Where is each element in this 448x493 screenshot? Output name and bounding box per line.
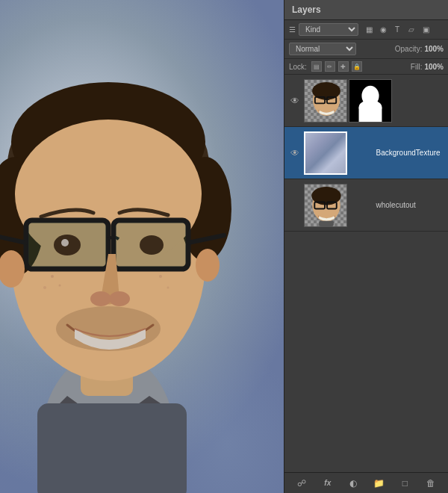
- eye-icon-1[interactable]: 👁: [290, 96, 299, 106]
- filter-select[interactable]: Kind Name Effect: [299, 23, 358, 36]
- svg-point-22: [167, 287, 169, 289]
- mask-silhouette-svg: [349, 80, 391, 122]
- delete-icon[interactable]: 🗑: [423, 476, 438, 491]
- new-fill-icon[interactable]: ◐: [346, 476, 361, 491]
- layer-item[interactable]: 👁 BackgroundTexture: [284, 127, 448, 179]
- svg-rect-38: [319, 220, 334, 226]
- svg-rect-26: [37, 403, 187, 493]
- mini-face-svg: [308, 82, 344, 121]
- layer-thumbnails-2: [304, 131, 372, 175]
- layer-thumb-mask-1: [349, 79, 392, 123]
- layer-visibility-2[interactable]: 👁: [289, 148, 301, 158]
- lock-icons-group: ▤ ✏ ✚ 🔒: [311, 61, 362, 72]
- layer-visibility-1[interactable]: 👁: [289, 96, 301, 106]
- layers-panel: Layers ☰ Kind Name Effect ▦ ◉ T ▱ ▣ Norm…: [284, 0, 448, 493]
- layer-visibility-3[interactable]: 👁: [289, 200, 301, 211]
- filter-icon: ☰: [289, 25, 296, 34]
- svg-point-25: [56, 306, 161, 351]
- blend-mode-row: Normal Multiply Screen Overlay Opacity: …: [284, 40, 448, 59]
- opacity-label: Opacity:: [395, 45, 423, 53]
- layers-title-bar: Layers: [284, 0, 448, 20]
- mini-face-svg-2: [308, 186, 345, 226]
- smart-filter-icon[interactable]: ▣: [420, 24, 432, 36]
- layers-title: Layers: [292, 4, 321, 15]
- svg-point-16: [90, 291, 111, 306]
- layer-name-2: BackgroundTexture: [376, 149, 444, 157]
- person-illustration: [0, 0, 284, 493]
- svg-point-14: [140, 235, 164, 255]
- layer-thumbnails-1: [304, 79, 444, 123]
- shape-filter-icon[interactable]: ▱: [405, 24, 417, 36]
- svg-point-20: [43, 286, 46, 289]
- fill-section: Fill: 100%: [411, 63, 444, 71]
- adjustment-filter-icon[interactable]: ◉: [377, 24, 389, 36]
- layer-item[interactable]: 👁: [284, 75, 448, 127]
- layer-thumb-texture-2: [304, 131, 347, 175]
- layer-thumbnails-3: [304, 184, 372, 227]
- lock-row: Lock: ▤ ✏ ✚ 🔒 Fill: 100%: [284, 59, 448, 75]
- lock-position-icon[interactable]: ✚: [338, 61, 349, 72]
- lock-all-icon[interactable]: 🔒: [352, 61, 362, 72]
- new-layer-icon[interactable]: □: [397, 476, 412, 491]
- filter-icons-group: ▦ ◉ T ▱ ▣: [363, 24, 432, 36]
- lock-label: Lock:: [289, 63, 307, 71]
- opacity-value[interactable]: 100%: [424, 45, 444, 53]
- fill-label: Fill:: [411, 63, 423, 71]
- svg-point-24: [196, 249, 220, 282]
- svg-point-19: [59, 285, 61, 287]
- eye-icon-2[interactable]: 👁: [290, 148, 299, 158]
- photo-composite: [0, 0, 284, 493]
- eye-icon-3[interactable]: 👁: [290, 200, 299, 211]
- fx-icon[interactable]: fx: [320, 476, 335, 491]
- lock-transparent-icon[interactable]: ▤: [311, 61, 322, 72]
- opacity-section: Opacity: 100%: [395, 45, 444, 53]
- pixel-filter-icon[interactable]: ▦: [363, 24, 375, 36]
- layer-item[interactable]: 👁 wholecutout: [284, 179, 448, 232]
- svg-rect-33: [359, 107, 382, 121]
- type-filter-icon[interactable]: T: [391, 24, 403, 36]
- thumb-texture-content: [305, 133, 346, 173]
- layer-thumb-cutout-3: [304, 184, 347, 227]
- lock-paint-icon[interactable]: ✏: [325, 61, 335, 72]
- filter-row: ☰ Kind Name Effect ▦ ◉ T ▱ ▣: [284, 20, 448, 40]
- svg-point-17: [109, 291, 130, 306]
- layer-thumb-face-1: [304, 79, 347, 123]
- layers-bottom-toolbar: ☍ fx ◐ 📁 □ 🗑: [284, 472, 448, 493]
- group-icon[interactable]: 📁: [372, 476, 387, 491]
- blend-mode-select[interactable]: Normal Multiply Screen Overlay: [289, 43, 356, 55]
- layer-name-3: wholecutout: [376, 201, 444, 209]
- svg-point-21: [159, 275, 162, 278]
- svg-point-18: [51, 275, 54, 278]
- fill-value[interactable]: 100%: [424, 63, 444, 71]
- svg-point-15: [61, 239, 69, 246]
- link-icon[interactable]: ☍: [294, 476, 309, 491]
